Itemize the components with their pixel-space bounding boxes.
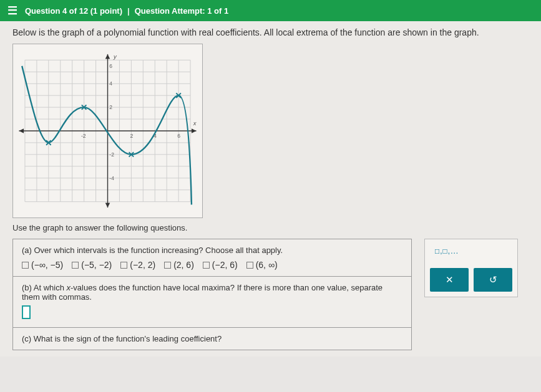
svg-text:2: 2 xyxy=(109,104,112,110)
svg-text:-4: -4 xyxy=(109,175,114,181)
question-attempt: Question Attempt: 1 of 1 xyxy=(135,6,228,16)
main-prompt: Below is the graph of a polynomial funct… xyxy=(12,27,529,37)
top-header: ☰ Question 4 of 12 (1 point) | Question … xyxy=(0,0,541,21)
checkbox-icon xyxy=(203,262,210,269)
checkbox-icon xyxy=(246,262,253,269)
checkbox-icon xyxy=(72,262,79,269)
option-3[interactable]: (−2, 2) xyxy=(120,260,155,270)
question-c-text: (c) What is the sign of the function's l… xyxy=(22,334,222,343)
answer-input-b[interactable] xyxy=(22,305,31,319)
svg-text:4: 4 xyxy=(109,80,112,87)
svg-marker-26 xyxy=(192,128,197,133)
extrema-markers xyxy=(46,93,181,156)
polynomial-graph: x y -2 2 4 6 2 -2 4 -4 6 xyxy=(13,44,202,218)
option-1[interactable]: (−∞, −5) xyxy=(22,260,63,270)
question-b-suffix: -values does the function have local max… xyxy=(22,283,383,302)
graph-container: x y -2 2 4 6 2 -2 4 -4 6 xyxy=(12,44,203,218)
question-a-options: (−∞, −5) (−5, −2) (−2, 2) (2, 6) (−2, 6)… xyxy=(22,260,402,270)
sub-prompt: Use the graph to answer the following qu… xyxy=(12,223,529,232)
polynomial-curve xyxy=(22,66,192,205)
x-icon: ✕ xyxy=(446,274,454,285)
checkbox-icon xyxy=(164,262,171,269)
content-area: Below is the graph of a polynomial funct… xyxy=(0,21,541,356)
svg-marker-29 xyxy=(105,203,110,208)
option-2[interactable]: (−5, −2) xyxy=(72,260,112,270)
svg-marker-27 xyxy=(19,128,24,133)
svg-text:y: y xyxy=(113,53,117,60)
question-b: (b) At which x-values does the function … xyxy=(13,277,411,328)
option-4[interactable]: (2, 6) xyxy=(164,260,194,270)
svg-text:x: x xyxy=(193,120,197,127)
svg-text:6: 6 xyxy=(177,133,180,139)
option-6[interactable]: (6, ∞) xyxy=(246,260,278,270)
question-b-prefix: (b) At which xyxy=(22,283,67,292)
svg-text:-2: -2 xyxy=(109,151,114,158)
question-table: (a) Over which intervals is the function… xyxy=(12,239,412,350)
menu-icon[interactable]: ☰ xyxy=(7,4,17,17)
checkbox-icon xyxy=(120,262,127,269)
option-5[interactable]: (−2, 6) xyxy=(203,260,238,270)
clear-button[interactable]: ✕ xyxy=(430,268,469,292)
reset-button[interactable]: ↺ xyxy=(474,268,512,292)
tool-panel: □,□,... ✕ ↺ xyxy=(424,239,518,297)
checkbox-icon xyxy=(22,262,29,269)
question-position: Question 4 of 12 (1 point) xyxy=(25,6,122,16)
svg-marker-28 xyxy=(105,54,110,59)
undo-icon: ↺ xyxy=(489,274,497,285)
question-c: (c) What is the sign of the function's l… xyxy=(13,328,411,350)
question-a: (a) Over which intervals is the function… xyxy=(13,239,411,277)
svg-text:2: 2 xyxy=(130,133,133,139)
svg-text:6: 6 xyxy=(109,63,112,69)
svg-text:-2: -2 xyxy=(81,133,86,139)
question-a-text: (a) Over which intervals is the function… xyxy=(22,246,402,255)
interval-tool-button[interactable]: □,□,... xyxy=(430,244,464,258)
header-divider: | xyxy=(127,6,130,16)
